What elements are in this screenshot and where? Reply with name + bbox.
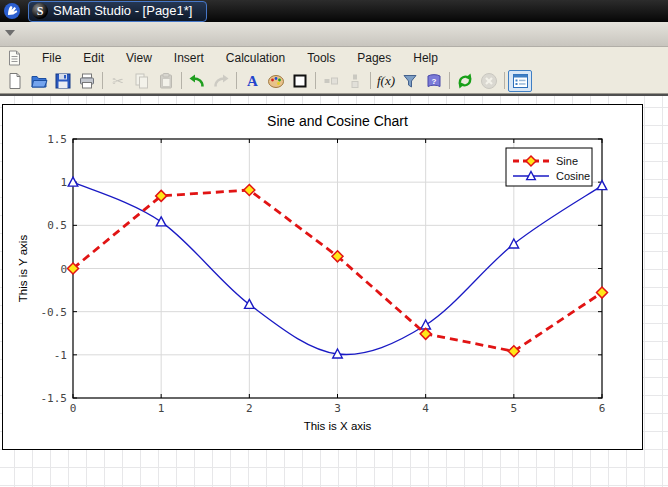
toolbar-separator xyxy=(102,72,103,89)
svg-text:0: 0 xyxy=(70,402,77,415)
print-button[interactable] xyxy=(75,70,99,92)
svg-text:0: 0 xyxy=(60,263,67,276)
svg-text:?: ? xyxy=(432,76,437,85)
filter-button[interactable] xyxy=(398,70,422,92)
menu-item-help[interactable]: Help xyxy=(402,48,449,68)
font-button[interactable]: A xyxy=(240,70,264,92)
menu-item-insert[interactable]: Insert xyxy=(163,48,215,68)
side-panel-toggle-button[interactable] xyxy=(508,70,532,92)
new-page-button[interactable] xyxy=(3,70,27,92)
undo-button[interactable] xyxy=(185,70,209,92)
worksheet-canvas[interactable]: 0123456-1.5-1-0.500.511.5Sine and Cosine… xyxy=(0,94,668,487)
svg-text:1: 1 xyxy=(158,402,165,415)
window-title-tab: S SMath Studio - [Page1*] xyxy=(28,1,207,22)
toolbar-separator xyxy=(504,72,505,89)
svg-text:This is X axis: This is X axis xyxy=(304,420,372,432)
menu-item-pages[interactable]: Pages xyxy=(346,48,402,68)
stop-button xyxy=(477,70,501,92)
window-title: SMath Studio - [Page1*] xyxy=(53,3,192,18)
menu-bar: FileEditViewInsertCalculationToolsPagesH… xyxy=(0,47,668,68)
page-document-icon[interactable] xyxy=(7,50,22,66)
svg-text:A: A xyxy=(247,73,258,89)
svg-text:-1.5: -1.5 xyxy=(41,392,68,405)
svg-text:1.5: 1.5 xyxy=(47,133,67,146)
toolbar-separator xyxy=(181,72,182,89)
toolbar: ✂ A f(x) ? xyxy=(0,68,668,94)
svg-text:-0.5: -0.5 xyxy=(41,306,68,319)
svg-text:1: 1 xyxy=(60,176,67,189)
color-palette-button[interactable] xyxy=(264,70,288,92)
cut-button: ✂ xyxy=(106,70,130,92)
sine-cosine-chart: 0123456-1.5-1-0.500.511.5Sine and Cosine… xyxy=(3,105,642,449)
svg-text:Cosine: Cosine xyxy=(556,170,590,182)
svg-text:Sine: Sine xyxy=(556,155,578,167)
menu-item-tools[interactable]: Tools xyxy=(296,48,346,68)
window-icon[interactable] xyxy=(0,0,24,22)
save-button[interactable] xyxy=(51,70,75,92)
svg-text:-1: -1 xyxy=(54,349,67,362)
align-horizontal-button xyxy=(319,70,343,92)
menu-items: FileEditViewInsertCalculationToolsPagesH… xyxy=(31,48,449,68)
menu-item-edit[interactable]: Edit xyxy=(72,48,115,68)
svg-text:Sine and Cosine Chart: Sine and Cosine Chart xyxy=(267,113,408,129)
svg-text:6: 6 xyxy=(599,402,606,415)
menu-item-calculation[interactable]: Calculation xyxy=(215,48,296,68)
svg-text:5: 5 xyxy=(511,402,518,415)
toolbar-separator xyxy=(236,72,237,89)
svg-text:4: 4 xyxy=(422,402,429,415)
title-bar: S SMath Studio - [Page1*] xyxy=(0,0,668,22)
toolbar-separator xyxy=(315,72,316,89)
svg-text:0.5: 0.5 xyxy=(47,219,67,232)
border-button[interactable] xyxy=(288,70,312,92)
side-panel-icon xyxy=(512,73,529,89)
redo-button xyxy=(209,70,233,92)
toolbar-separator xyxy=(370,72,371,89)
align-vertical-button xyxy=(343,70,367,92)
smath-logo-icon: S xyxy=(32,3,48,19)
fx-icon: f(x) xyxy=(377,73,395,89)
window-sub-bar xyxy=(0,22,668,47)
svg-text:This is Y axis: This is Y axis xyxy=(17,235,29,303)
refresh-button[interactable] xyxy=(453,70,477,92)
reference-book-button[interactable]: ? xyxy=(422,70,446,92)
paste-button xyxy=(154,70,178,92)
copy-button xyxy=(130,70,154,92)
function-button[interactable]: f(x) xyxy=(374,70,398,92)
collapse-arrow-icon[interactable] xyxy=(5,30,15,36)
chart-element[interactable]: 0123456-1.5-1-0.500.511.5Sine and Cosine… xyxy=(2,104,643,450)
app-hand-icon xyxy=(3,2,21,20)
scissors-icon: ✂ xyxy=(112,74,124,88)
toolbar-separator xyxy=(449,72,450,89)
open-button[interactable] xyxy=(27,70,51,92)
menu-item-view[interactable]: View xyxy=(115,48,163,68)
menu-item-file[interactable]: File xyxy=(31,48,72,68)
svg-text:2: 2 xyxy=(246,402,253,415)
svg-text:3: 3 xyxy=(334,402,341,415)
